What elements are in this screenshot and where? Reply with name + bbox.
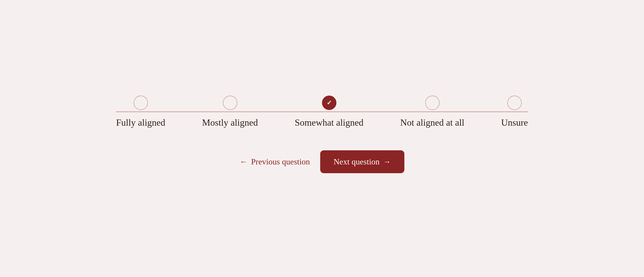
option-mostly-aligned: Mostly aligned (202, 96, 258, 128)
option-label-fully-aligned: Fully aligned (116, 117, 165, 128)
option-not-aligned: Not aligned at all (400, 96, 464, 128)
next-arrow-icon: → (383, 157, 391, 166)
next-question-button[interactable]: Next question → (320, 150, 404, 173)
track-row: Fully aligned Mostly aligned ✓ Somewhat … (116, 104, 528, 119)
next-button-label: Next question (334, 157, 380, 167)
navigation-row: ← Previous question Next question → (240, 150, 404, 173)
option-label-somewhat-aligned: Somewhat aligned (295, 117, 363, 128)
option-somewhat-aligned: ✓ Somewhat aligned (295, 96, 363, 128)
option-label-mostly-aligned: Mostly aligned (202, 117, 258, 128)
option-unsure: Unsure (501, 96, 528, 128)
prev-arrow-icon: ← (240, 157, 247, 166)
option-fully-aligned: Fully aligned (116, 96, 165, 128)
option-circle-not-aligned[interactable] (425, 96, 440, 110)
prev-question-button[interactable]: ← Previous question (240, 157, 310, 167)
option-circle-mostly-aligned[interactable] (223, 96, 237, 110)
option-circle-fully-aligned[interactable] (134, 96, 148, 110)
option-circle-somewhat-aligned[interactable]: ✓ (322, 96, 336, 110)
option-label-unsure: Unsure (501, 117, 528, 128)
page-container: Fully aligned Mostly aligned ✓ Somewhat … (0, 104, 644, 173)
checkmark-icon: ✓ (327, 100, 332, 106)
option-label-not-aligned: Not aligned at all (400, 117, 464, 128)
option-circle-unsure[interactable] (507, 96, 522, 110)
slider-container: Fully aligned Mostly aligned ✓ Somewhat … (116, 104, 528, 119)
prev-button-label: Previous question (251, 157, 310, 167)
